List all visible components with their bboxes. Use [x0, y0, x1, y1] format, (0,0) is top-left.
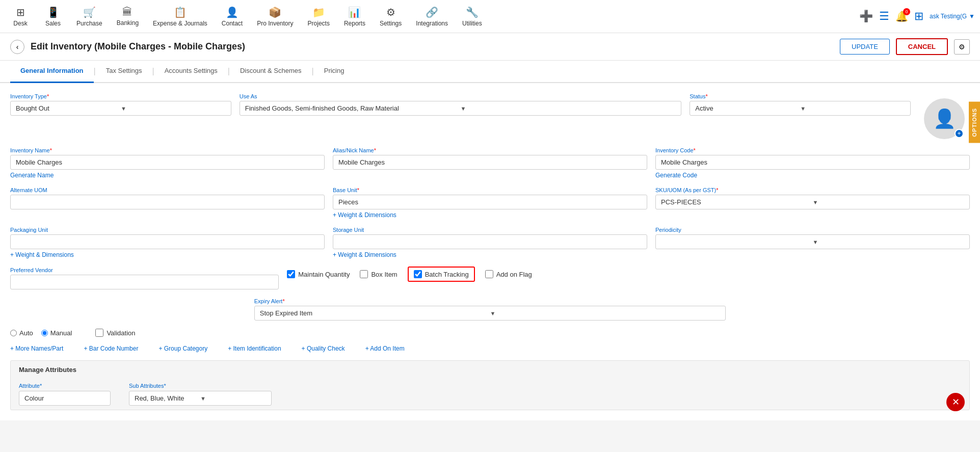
- sales-icon: 📱: [47, 6, 60, 18]
- packaging-unit-input[interactable]: [10, 234, 325, 249]
- tab-tax-settings[interactable]: Tax Settings: [96, 61, 152, 83]
- cancel-button[interactable]: CANCEL: [896, 38, 948, 55]
- nav-projects[interactable]: 📁 Projects: [302, 3, 336, 30]
- back-button[interactable]: ‹: [10, 40, 24, 54]
- attribute-input[interactable]: [19, 391, 111, 406]
- base-unit-label: Base Unit*: [333, 187, 647, 193]
- link-item-identification[interactable]: Item Identification: [228, 345, 281, 352]
- tab-discount-schemes[interactable]: Discount & Schemes: [230, 61, 312, 83]
- periodicity-arrow: ▼: [813, 239, 965, 245]
- inventory-code-label: Inventory Code*: [655, 147, 970, 153]
- nav-reports[interactable]: 📊 Reports: [338, 3, 372, 30]
- validation-checkbox[interactable]: [95, 329, 103, 337]
- preferred-vendor-input[interactable]: [10, 275, 279, 289]
- row-inventory-type: Inventory Type* Bought Out ▼ Use As Fini…: [10, 93, 970, 139]
- packaging-unit-label: Packaging Unit: [10, 227, 325, 233]
- update-button[interactable]: UPDATE: [840, 39, 890, 55]
- group-preferred-vendor: Preferred Vendor: [10, 267, 279, 289]
- group-inventory-name: Inventory Name* Generate Name: [10, 147, 325, 179]
- group-alternate-uom: Alternate UOM: [10, 187, 325, 209]
- nav-integrations[interactable]: 🔗 Integrations: [410, 3, 454, 30]
- inventory-type-select[interactable]: Bought Out ▼: [10, 101, 231, 116]
- options-sidebar[interactable]: OPTIONS: [969, 102, 980, 143]
- batch-tracking-checkbox[interactable]: [414, 270, 422, 278]
- proinventory-icon: 📦: [269, 6, 281, 18]
- notification-bell[interactable]: 🔔 0: [895, 10, 908, 22]
- link-more-names[interactable]: More Names/Part: [10, 345, 63, 352]
- integrations-icon: 🔗: [426, 6, 438, 18]
- use-as-select[interactable]: Finished Goods, Semi-finished Goods, Raw…: [240, 101, 682, 116]
- weight-dimensions-link-3[interactable]: Weight & Dimensions: [333, 251, 647, 258]
- nav-desk-label: Desk: [13, 20, 27, 27]
- periodicity-select[interactable]: ▼: [655, 234, 970, 249]
- expiry-alert-select[interactable]: Stop Expired Item ▼: [254, 306, 726, 321]
- row-vendor-checks: Preferred Vendor Maintain Quantity Box I…: [10, 267, 970, 290]
- generate-name-link[interactable]: Generate Name: [10, 172, 325, 179]
- list-button[interactable]: ☰: [879, 10, 889, 23]
- alias-input[interactable]: [333, 155, 647, 170]
- add-button[interactable]: ➕: [859, 10, 873, 23]
- nav-settings[interactable]: ⚙ Settings: [374, 3, 408, 30]
- nav-settings-label: Settings: [380, 20, 402, 27]
- nav-desk[interactable]: ⊞ Desk: [5, 3, 36, 30]
- avatar-add-icon: +: [955, 129, 964, 138]
- user-dropdown-icon: ▼: [969, 13, 975, 20]
- red-close-button[interactable]: ✕: [946, 393, 965, 411]
- sku-uom-arrow: ▼: [813, 199, 965, 205]
- page-header: ‹ Edit Inventory (Mobile Charges - Mobil…: [0, 33, 980, 61]
- settings-icon: ⚙: [386, 6, 395, 18]
- attribute-col-label: Attribute*: [19, 383, 121, 389]
- page-settings-button[interactable]: ⚙: [954, 39, 970, 55]
- manual-radio[interactable]: [41, 330, 48, 336]
- nav-purchase-label: Purchase: [76, 20, 102, 27]
- link-group-category[interactable]: Group Category: [158, 345, 207, 352]
- nav-banking-label: Banking: [117, 19, 139, 26]
- link-barcode[interactable]: Bar Code Number: [84, 345, 138, 352]
- weight-dimensions-link-2[interactable]: Weight & Dimensions: [10, 251, 325, 258]
- tab-general-information[interactable]: General Information: [10, 61, 94, 83]
- sku-uom-select[interactable]: PCS-PIECES ▼: [655, 195, 970, 209]
- storage-unit-input[interactable]: [333, 234, 647, 249]
- nav-contact-label: Contact: [222, 20, 243, 27]
- tab-pricing[interactable]: Pricing: [314, 61, 355, 83]
- base-unit-input[interactable]: [333, 195, 647, 209]
- nav-banking[interactable]: 🏛 Banking: [111, 3, 145, 30]
- group-periodicity: Periodicity ▼: [655, 227, 970, 249]
- use-as-arrow: ▼: [461, 105, 676, 112]
- nav-utilities[interactable]: 🔧 Utilities: [456, 3, 488, 30]
- inventory-code-input[interactable]: [655, 155, 970, 170]
- inventory-name-input[interactable]: [10, 155, 325, 170]
- bottom-links-row: More Names/Part Bar Code Number Group Ca…: [10, 345, 970, 352]
- nav-expense[interactable]: 📋 Expense & Journals: [147, 3, 214, 30]
- nav-purchase[interactable]: 🛒 Purchase: [70, 3, 109, 30]
- grid-button[interactable]: ⊞: [914, 10, 923, 23]
- link-quality-check[interactable]: Quality Check: [302, 345, 345, 352]
- alternate-uom-input[interactable]: [10, 195, 325, 209]
- box-item-label: Box Item: [371, 271, 397, 278]
- maintain-quantity-checkbox[interactable]: [287, 270, 295, 278]
- inventory-type-arrow: ▼: [121, 105, 226, 112]
- add-on-flag-checkbox[interactable]: [485, 270, 493, 278]
- avatar[interactable]: 👤 +: [924, 98, 965, 139]
- auto-radio[interactable]: [10, 330, 17, 336]
- checkboxes-row: Maintain Quantity Box Item Batch Trackin…: [287, 267, 970, 282]
- alternate-uom-label: Alternate UOM: [10, 187, 325, 193]
- nav-proinventory[interactable]: 📦 Pro Inventory: [251, 3, 299, 30]
- avatar-area: 👤 +: [919, 93, 970, 139]
- nav-contact[interactable]: 👤 Contact: [216, 3, 249, 30]
- status-select[interactable]: Active ▼: [690, 101, 911, 116]
- purchase-icon: 🛒: [83, 6, 96, 18]
- group-inventory-type: Inventory Type* Bought Out ▼: [10, 93, 231, 116]
- sub-attributes-col-label: Sub Attributes*: [129, 383, 282, 389]
- generate-code-link[interactable]: Generate Code: [655, 172, 970, 179]
- user-info[interactable]: ask Testing(G ▼: [930, 13, 975, 20]
- link-add-on-item[interactable]: Add On Item: [365, 345, 405, 352]
- nav-sales[interactable]: 📱 Sales: [38, 3, 68, 30]
- tab-accounts-settings[interactable]: Accounts Settings: [154, 61, 228, 83]
- sub-attributes-select[interactable]: Red, Blue, White ▼: [129, 391, 272, 406]
- box-item-checkbox[interactable]: [360, 270, 368, 278]
- batch-tracking-label: Batch Tracking: [425, 271, 469, 278]
- expense-icon: 📋: [174, 6, 187, 18]
- weight-dimensions-link-1[interactable]: Weight & Dimensions: [333, 211, 647, 219]
- add-on-flag-label: Add on Flag: [496, 271, 532, 278]
